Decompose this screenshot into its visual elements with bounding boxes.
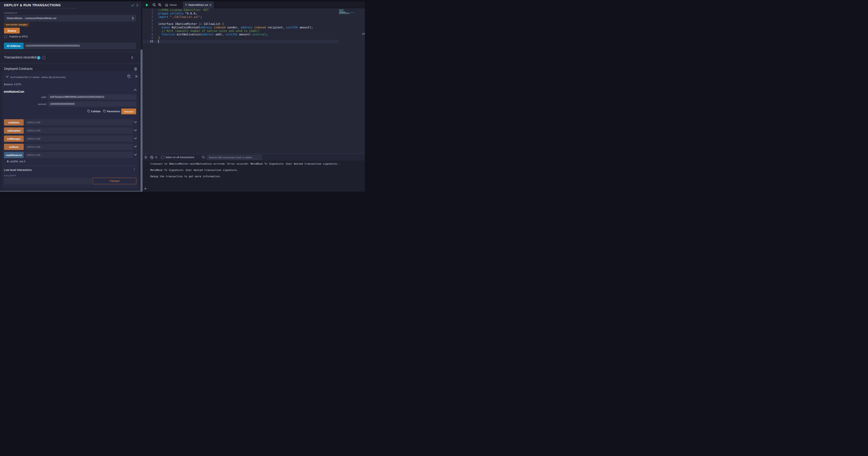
minimap-line	[339, 14, 350, 14]
terminal-prompt: >	[145, 187, 146, 190]
contract-select[interactable]: INativeMinter - contracts/INativeMinter.…	[4, 15, 136, 22]
at-address-button[interactable]: At Address	[4, 42, 24, 49]
contract-instance-title: INATIVEMINTER AT 0X020...00001 (BLOCKCHA…	[10, 76, 66, 79]
transactions-count-badge: 2	[37, 56, 40, 60]
terminal-output[interactable]: > transact to INativeMinter.mintNativeCo…	[143, 161, 365, 192]
editor-scrollbar-thumb[interactable]	[362, 33, 365, 34]
function-collapse-chevron-icon[interactable]	[134, 89, 136, 91]
pending-tx-count: 0	[155, 156, 157, 159]
arg-input[interactable]: 1000000000000000000	[48, 101, 136, 107]
minimap[interactable]	[339, 8, 362, 154]
line-number: 7	[143, 29, 153, 33]
deployed-contracts-title: Deployed Contracts	[4, 67, 33, 70]
deployed-contract-card: INATIVEMINTER AT 0X020...00001 (BLOCKCHA…	[2, 71, 138, 189]
copy-calldata-control[interactable]: Calldata	[87, 110, 100, 113]
setNone-input[interactable]: address addr	[25, 144, 133, 150]
contract-collapse-chevron-icon[interactable]	[6, 76, 9, 78]
method-row: setAdminaddress addr	[2, 119, 138, 125]
deploy-button[interactable]: Deploy	[4, 28, 20, 33]
terminal-search-input[interactable]	[207, 155, 262, 160]
readAllowList-input[interactable]: address addr	[25, 152, 133, 158]
output-value: uint256: role 3	[9, 160, 25, 163]
contract-label: CONTRACT	[4, 12, 18, 14]
setAdmin-input[interactable]: address addr	[25, 119, 133, 125]
section-divider	[0, 52, 142, 52]
evm-version-badge: evm version: shanghai	[4, 23, 29, 27]
copy-icon	[87, 110, 90, 113]
listen-all-transactions-label: listen on all transactions	[166, 156, 194, 159]
setManager-button[interactable]: setManager	[4, 136, 24, 142]
setNone-button[interactable]: setNone	[4, 144, 24, 150]
function-arg-row: addr:0xB78cbAa319ffBD899951AA30D4320f581…	[2, 94, 138, 100]
function-arg-row: amount:1000000000000000000	[2, 101, 138, 107]
minimap-line	[339, 10, 343, 11]
card-divider	[4, 166, 136, 166]
deploy-run-panel: DEPLOY & RUN TRANSACTIONS CONTRACT INati…	[0, 1, 142, 191]
remove-contract-close-icon[interactable]	[135, 75, 137, 78]
terminal-collapse-icon[interactable]	[144, 156, 147, 159]
minimap-line	[339, 14, 339, 15]
method-row: setNoneaddress addr	[2, 144, 138, 150]
output-index: 0:	[7, 160, 9, 163]
calldata-input[interactable]	[4, 178, 92, 184]
low-level-transact-button[interactable]: Transact	[93, 178, 136, 184]
setManager-expand-chevron-icon[interactable]	[134, 137, 137, 139]
code-line-3: 3import "./IAllowList.sol";	[143, 16, 339, 19]
listen-all-transactions-checkbox[interactable]	[161, 156, 164, 159]
setAdmin-expand-chevron-icon[interactable]	[134, 121, 137, 123]
publish-ipfs-checkbox[interactable]	[4, 35, 7, 38]
transactions-info-icon[interactable]: i	[42, 56, 45, 59]
line-number: 10	[143, 40, 153, 43]
line-number: 4	[143, 19, 153, 22]
readAllowList-button[interactable]: readAllowList	[4, 152, 24, 158]
tab-inativeminter-sol[interactable]: S INativeMinter.sol	[183, 1, 214, 8]
low-level-title: Low level interactions	[4, 168, 32, 172]
contract-select-value: INativeMinter - contracts/INativeMinter.…	[7, 17, 56, 20]
panel-scrollbar-thumb[interactable]	[141, 49, 143, 192]
setAdmin-button[interactable]: setAdmin	[4, 119, 24, 125]
zoom-in-icon[interactable]	[158, 3, 162, 7]
code-line-8: 8 function mintNativeCoin(address addr, …	[143, 33, 339, 36]
copy-parameters-control[interactable]: Parameters	[103, 110, 120, 113]
readAllowList-expand-chevron-icon[interactable]	[134, 154, 137, 155]
zoom-out-icon[interactable]	[152, 3, 156, 7]
code-line-1: 1//SPDX-License-Identifier: MIT	[143, 8, 339, 12]
clear-contracts-trash-icon[interactable]	[134, 67, 137, 71]
solidity-file-icon: S	[185, 3, 187, 6]
function-actions-row: Calldata Parameters transact	[2, 109, 138, 115]
clear-console-ban-icon[interactable]	[150, 155, 154, 159]
code-line-7: 7 // Mint [amount] number of native coin…	[143, 29, 339, 33]
at-address-input[interactable]: 0x02000000000000000000000000000000000000…	[24, 42, 136, 49]
run-script-play-icon[interactable]	[146, 3, 149, 7]
setManager-input[interactable]: address addr	[25, 136, 133, 142]
tab-close-icon[interactable]	[210, 4, 212, 6]
setNone-expand-chevron-icon[interactable]	[134, 146, 137, 147]
panel-horizontal-scrollbar[interactable]	[0, 191, 142, 192]
line-number: 1	[143, 8, 153, 12]
editor-tabbar: Home S INativeMinter.sol	[143, 1, 365, 8]
setEnabled-expand-chevron-icon[interactable]	[134, 129, 137, 131]
arg-input[interactable]: 0xB78cbAa319ffBD899951AA30D4320f58189383…	[48, 94, 136, 100]
tab-home[interactable]: Home	[163, 1, 179, 8]
copy-address-icon[interactable]	[127, 75, 130, 78]
line-number: 6	[143, 26, 153, 29]
terminal-log-line: MetaMask Tx Signature: User denied trans…	[150, 169, 238, 172]
minimap-line	[339, 12, 346, 12]
line-number: 3	[143, 16, 153, 19]
method-row: setManageraddress addr	[2, 136, 138, 142]
panel-expand-chevron-icon[interactable]	[136, 4, 138, 7]
code-line-4: 4	[143, 19, 339, 22]
transact-button[interactable]: transact	[121, 109, 136, 114]
setEnabled-button[interactable]: setEnabled	[4, 127, 24, 134]
transactions-expand-chevron-icon[interactable]	[131, 56, 133, 59]
code-editor[interactable]: 1//SPDX-License-Identifier: MIT2pragma s…	[143, 8, 365, 154]
setEnabled-input[interactable]: address addr	[25, 127, 133, 134]
copy-icon	[103, 110, 106, 113]
low-level-info-icon[interactable]: i	[134, 167, 135, 171]
method-row: setEnabledaddress addr	[2, 127, 138, 134]
search-icon	[202, 155, 205, 159]
copy-calldata-label: Calldata	[91, 110, 100, 113]
tab-active-label: INativeMinter.sol	[188, 3, 208, 6]
select-arrows-icon	[132, 17, 134, 20]
contract-balance: Balance: 0 ETH	[4, 83, 21, 86]
